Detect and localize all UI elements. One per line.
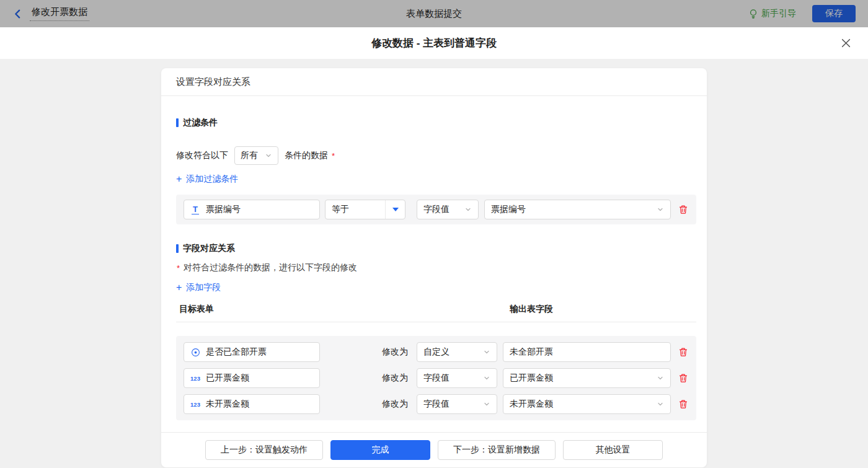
target-field-value: 是否已全部开票 bbox=[206, 347, 267, 358]
card-footer: 上一步：设置触发动作 完成 下一步：设置新增数据 其他设置 bbox=[161, 432, 707, 467]
chevron-down-icon bbox=[483, 348, 490, 356]
add-field-link[interactable]: + 添加字段 bbox=[176, 282, 221, 293]
delete-row-button[interactable] bbox=[678, 347, 689, 358]
radio-field-icon bbox=[190, 348, 200, 357]
caret-down-icon bbox=[386, 208, 405, 211]
match-condition-row: 修改符合以下 所有 条件的数据 * bbox=[176, 146, 696, 165]
text-field-icon: T bbox=[190, 205, 200, 214]
match-mode-value: 所有 bbox=[241, 150, 258, 161]
target-field-input[interactable]: 123 已开票金额 bbox=[184, 368, 320, 388]
chevron-down-icon bbox=[657, 206, 664, 213]
settings-card: 设置字段对应关系 过滤条件 修改符合以下 所有 条件的数据 * bbox=[161, 68, 707, 467]
filter-value-type-select[interactable]: 字段值 bbox=[417, 200, 479, 219]
filter-operator-select[interactable]: 等于 bbox=[325, 200, 405, 219]
match-suffix-label: 条件的数据 bbox=[285, 150, 328, 161]
mapping-description-text: 对符合过滤条件的数据，进行以下字段的修改 bbox=[184, 262, 357, 273]
output-field-value: 已开票金额 bbox=[510, 373, 553, 384]
topbar-title: 表单数据提交 bbox=[0, 8, 868, 20]
done-button[interactable]: 完成 bbox=[330, 440, 430, 460]
other-settings-button[interactable]: 其他设置 bbox=[563, 440, 663, 460]
modify-mode-value: 自定义 bbox=[423, 347, 450, 358]
beginner-guide-link[interactable]: 新手引导 bbox=[748, 8, 796, 19]
prev-step-button[interactable]: 上一步：设置触发动作 bbox=[205, 440, 323, 460]
plus-icon: + bbox=[176, 175, 182, 183]
delete-row-button[interactable] bbox=[678, 373, 689, 384]
match-prefix-label: 修改符合以下 bbox=[176, 150, 228, 161]
mapping-section-label: 字段对应关系 bbox=[183, 243, 235, 254]
filter-field-value: 票据编号 bbox=[206, 204, 241, 215]
filter-section-title: 过滤条件 bbox=[176, 96, 696, 128]
guide-label: 新手引导 bbox=[761, 8, 796, 19]
target-field-value: 未开票金额 bbox=[206, 399, 249, 410]
chevron-down-icon bbox=[657, 374, 664, 382]
save-button[interactable]: 保存 bbox=[812, 5, 856, 22]
number-field-icon: 123 bbox=[190, 375, 200, 382]
modal-header: 修改数据 - 主表到普通字段 bbox=[0, 27, 868, 59]
modal-title: 修改数据 - 主表到普通字段 bbox=[371, 36, 497, 50]
modify-mode-select[interactable]: 字段值 bbox=[417, 368, 497, 388]
card-title: 设置字段对应关系 bbox=[161, 68, 707, 96]
output-field-select[interactable]: 已开票金额 bbox=[503, 368, 671, 388]
mapping-row: 是否已全部开票 修改为 自定义 未全部开票 bbox=[184, 342, 689, 362]
add-filter-condition-link[interactable]: + 添加过滤条件 bbox=[176, 174, 238, 185]
output-field-value: 未开票金额 bbox=[510, 399, 553, 410]
close-icon[interactable] bbox=[839, 37, 852, 50]
modify-as-label: 修改为 bbox=[382, 399, 412, 410]
modify-mode-value: 字段值 bbox=[423, 373, 450, 384]
add-field-label: 添加字段 bbox=[186, 282, 221, 293]
match-mode-select[interactable]: 所有 bbox=[234, 146, 278, 165]
modify-as-label: 修改为 bbox=[382, 373, 412, 384]
trash-icon bbox=[678, 205, 688, 214]
number-field-icon: 123 bbox=[190, 401, 200, 408]
mapping-row: 123 已开票金额 修改为 字段值 已开票金额 bbox=[184, 368, 689, 388]
add-filter-label: 添加过滤条件 bbox=[186, 174, 238, 185]
target-field-value: 已开票金额 bbox=[206, 373, 249, 384]
modify-as-label: 修改为 bbox=[382, 347, 412, 358]
mapping-column-headers: 目标表单 输出表字段 bbox=[176, 304, 696, 315]
filter-value-select[interactable]: 票据编号 bbox=[484, 200, 671, 219]
plus-icon: + bbox=[176, 283, 182, 292]
next-step-button[interactable]: 下一步：设置新增数据 bbox=[438, 440, 556, 460]
filter-operator-value: 等于 bbox=[326, 204, 385, 215]
section-accent-bar bbox=[176, 244, 179, 253]
target-form-header: 目标表单 bbox=[179, 304, 510, 315]
chevron-down-icon bbox=[265, 152, 272, 159]
filter-section-label: 过滤条件 bbox=[183, 117, 218, 128]
target-field-input[interactable]: 是否已全部开票 bbox=[184, 342, 320, 362]
modify-mode-select[interactable]: 自定义 bbox=[417, 342, 497, 362]
filter-value: 票据编号 bbox=[491, 204, 526, 215]
card-content: 过滤条件 修改符合以下 所有 条件的数据 * + 添加过滤条件 bbox=[161, 96, 707, 420]
chevron-down-icon bbox=[657, 400, 664, 408]
filter-field-input[interactable]: T 票据编号 bbox=[184, 200, 320, 219]
mapping-description: * 对符合过滤条件的数据，进行以下字段的修改 bbox=[176, 262, 696, 273]
delete-filter-button[interactable] bbox=[678, 204, 689, 215]
back-group: 修改开票数据 bbox=[12, 6, 89, 21]
section-accent-bar bbox=[176, 118, 179, 127]
required-mark: * bbox=[332, 151, 335, 161]
mapping-rows-panel: 是否已全部开票 修改为 自定义 未全部开票 bbox=[176, 336, 696, 420]
output-field-select[interactable]: 未开票金额 bbox=[503, 394, 671, 414]
back-chevron-icon[interactable] bbox=[12, 8, 24, 19]
flow-name[interactable]: 修改开票数据 bbox=[30, 6, 89, 21]
chevron-down-icon bbox=[464, 206, 472, 213]
chevron-down-icon bbox=[483, 400, 490, 408]
custom-value: 未全部开票 bbox=[510, 347, 553, 358]
modify-mode-value: 字段值 bbox=[423, 399, 450, 410]
mapping-row: 123 未开票金额 修改为 字段值 未开票金额 bbox=[184, 394, 689, 414]
trash-icon bbox=[678, 399, 688, 409]
modify-mode-select[interactable]: 字段值 bbox=[417, 394, 497, 414]
custom-value-input[interactable]: 未全部开票 bbox=[503, 342, 671, 362]
lightbulb-icon bbox=[748, 9, 758, 19]
required-mark: * bbox=[177, 263, 180, 273]
filter-value-type: 字段值 bbox=[423, 204, 450, 215]
mapping-section-title: 字段对应关系 bbox=[176, 243, 696, 254]
delete-row-button[interactable] bbox=[678, 399, 689, 410]
trash-icon bbox=[678, 347, 688, 357]
topbar-actions: 新手引导 保存 bbox=[748, 5, 856, 22]
filter-condition-row: T 票据编号 等于 字段值 票据编号 bbox=[176, 195, 696, 224]
modal-body: 设置字段对应关系 过滤条件 修改符合以下 所有 条件的数据 * bbox=[0, 59, 868, 468]
trash-icon bbox=[678, 373, 688, 383]
topbar: 修改开票数据 表单数据提交 新手引导 保存 bbox=[0, 0, 868, 27]
target-field-input[interactable]: 123 未开票金额 bbox=[184, 394, 320, 414]
output-field-header: 输出表字段 bbox=[510, 304, 553, 315]
